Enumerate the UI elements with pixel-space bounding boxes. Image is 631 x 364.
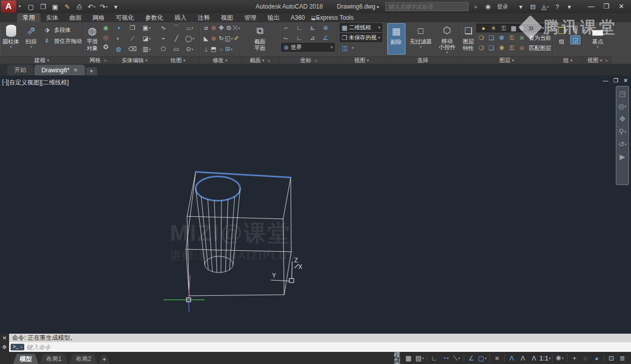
panel-label-mesh[interactable]: 网格↘ xyxy=(84,56,112,64)
rectangle-icon[interactable]: ▭ xyxy=(171,44,182,54)
app-store-cart-icon[interactable]: ⊟ xyxy=(527,2,538,12)
selected-edges[interactable] xyxy=(196,172,291,201)
ucs-icon[interactable]: ⌐ xyxy=(281,23,291,32)
panel-label-modify[interactable]: 修改▾ xyxy=(200,56,240,64)
slice-icon[interactable]: ▣ xyxy=(142,23,152,32)
ribbon-tab-annotate[interactable]: 注释 xyxy=(192,13,215,22)
object-snap-icon[interactable]: ▢ xyxy=(477,352,488,363)
make-current-icon[interactable]: ≋ xyxy=(517,33,527,42)
file-tab-drawing6[interactable]: Drawing6* ✕ xyxy=(34,65,85,75)
ribbon-tab-visualize[interactable]: 可视化 xyxy=(110,13,140,22)
search-expand-icon[interactable]: ▸ xyxy=(373,2,383,11)
user-icon[interactable]: ◉ xyxy=(483,2,493,11)
mesh-smooth-more-icon[interactable]: ✪ xyxy=(101,42,111,52)
polygon-icon[interactable]: ⬠ xyxy=(158,44,168,54)
customization-icon[interactable]: + xyxy=(569,352,580,363)
workspace-switching-icon[interactable]: ❋ xyxy=(554,352,565,363)
polysolid-button[interactable]: ⬗ 多段体 xyxy=(42,25,82,34)
sweep-button[interactable]: ⇗ 扫掠▾ xyxy=(22,23,40,55)
model-space-button[interactable]: 模型 xyxy=(392,352,403,363)
mesh-refine-icon[interactable]: ◉ xyxy=(101,23,111,32)
ribbon-tab-solid[interactable]: 实体 xyxy=(40,13,64,22)
smooth-object-button[interactable]: ◍ 平滑对象 xyxy=(85,23,99,55)
selection-filter-button[interactable]: □ 无过滤器▾ xyxy=(408,23,434,55)
new-drawing-tab-button[interactable]: + xyxy=(86,67,97,75)
trim-icon[interactable]: ⤬ xyxy=(232,23,242,32)
annotation-scale-value[interactable]: 1:1 xyxy=(539,352,551,363)
ribbon-tab-view[interactable]: 视图 xyxy=(215,13,239,22)
panel-label-draw[interactable]: 绘图▾ xyxy=(157,56,199,64)
cylinder-button[interactable]: 圆柱体▾ xyxy=(2,23,20,55)
layer-thaw-all-icon[interactable]: ❋ xyxy=(497,43,507,53)
command-close-icon[interactable]: ✕ xyxy=(1,335,8,342)
match-layer-button[interactable]: ❍❏❋⚿≌ 匹配图层 xyxy=(476,43,551,53)
lineweight-icon[interactable]: ≡ xyxy=(491,352,503,363)
save-icon[interactable]: ▣ xyxy=(50,2,61,12)
file-tab-start[interactable]: 开始 xyxy=(7,65,33,75)
ribbon-tab-parametric[interactable]: 参数化 xyxy=(140,13,169,22)
make-current-button[interactable]: ❍❏❆⚿≋ 置为当前 xyxy=(476,33,551,42)
ucs-view-icon[interactable]: ∠ xyxy=(321,33,331,42)
command-input[interactable] xyxy=(26,344,631,351)
clean-screen-icon[interactable]: ⊡ xyxy=(606,352,617,363)
annotation-autoscale-icon[interactable]: Λ xyxy=(517,352,528,363)
search-input[interactable] xyxy=(385,2,469,11)
layer-properties-button[interactable]: ❏ 图层特性 xyxy=(462,23,475,55)
solid-subtract-icon[interactable]: ◐ xyxy=(113,34,123,43)
culling-button[interactable]: ▦ 剔除 xyxy=(387,23,405,55)
viewport-config-button[interactable]: ◫▾ xyxy=(340,43,354,53)
ribbon-tab-surface[interactable]: 曲面 xyxy=(64,13,87,22)
ribbon-display-toggle[interactable]: ⬓ ▾ xyxy=(311,13,320,22)
extrude-faces-icon[interactable]: ❐ xyxy=(127,23,138,32)
layer-unlock2-icon[interactable]: ⚿ xyxy=(507,43,517,53)
layer-isolate-icon[interactable]: ❏ xyxy=(486,33,497,42)
ucs-zaxis-icon[interactable]: ∟ xyxy=(294,33,304,42)
ribbon-tab-output[interactable]: 输出 xyxy=(262,13,285,22)
panel-label-section[interactable]: 截面▾↘ xyxy=(241,56,279,64)
solid-intersect-icon[interactable]: ◍ xyxy=(113,44,123,54)
thicken-icon[interactable]: ◪ xyxy=(142,34,152,43)
layout-tab-model[interactable]: 模型 xyxy=(13,354,38,364)
application-menu-dropdown-icon[interactable]: ▾ xyxy=(17,2,22,11)
autodesk-exchange-icon[interactable]: ◬ xyxy=(539,2,551,12)
ucs-world-icon[interactable]: ⊾ xyxy=(307,23,318,32)
ucs-previous-icon[interactable]: ∟ xyxy=(294,23,304,32)
application-menu-button[interactable]: A xyxy=(1,1,16,13)
layer-off-icon[interactable]: ❍ xyxy=(476,33,486,42)
ribbon-tab-insert[interactable]: 插入 xyxy=(169,13,192,22)
layer-turn-all-on-icon[interactable]: ❍ xyxy=(476,43,486,53)
close-button[interactable]: ✕ xyxy=(614,0,629,12)
maximize-button[interactable]: ❐ xyxy=(599,0,614,12)
ucs-object-icon[interactable]: ⊕ xyxy=(321,23,331,32)
group-button[interactable]: ❒ 组 xyxy=(555,23,569,55)
layer-unisolate-icon[interactable]: ❏ xyxy=(486,43,497,53)
array-icon[interactable]: ⊞ xyxy=(224,44,234,54)
group-selection-toggle-icon[interactable]: ◲ xyxy=(570,35,580,44)
open-file-icon[interactable]: ❐ xyxy=(37,2,49,12)
solid-union-icon[interactable]: ◑ xyxy=(113,23,123,32)
ribbon-tab-home[interactable]: 常用 xyxy=(17,13,40,22)
match-layer-icon[interactable]: ≌ xyxy=(517,43,527,53)
ucs-world-select[interactable]: ⊕ 世界▾ xyxy=(281,43,335,52)
layout-tab-layout1[interactable]: 布局1 xyxy=(39,354,68,364)
layout-tab-layout2[interactable]: 布局2 xyxy=(69,354,98,364)
command-prompt-chip[interactable]: >_▾ xyxy=(11,344,24,350)
search-icon[interactable]: ⌕ xyxy=(471,2,481,11)
qat-customize-icon[interactable]: ▾ xyxy=(110,2,121,12)
panel-label-modeling[interactable]: 建模▾ xyxy=(0,56,83,64)
file-tab-close-icon[interactable]: ✕ xyxy=(73,67,77,73)
ribbon-tab-mesh[interactable]: 网格 xyxy=(87,13,110,22)
panel-label-layers[interactable]: 图层▾ xyxy=(461,56,553,64)
redo-icon[interactable]: ↷ xyxy=(98,2,109,12)
save-as-icon[interactable]: ✎ xyxy=(62,2,73,12)
named-view-select[interactable]: ❐ 未保存的视图▾ xyxy=(340,33,382,42)
drawing-canvas[interactable]: [-] [自定义视图] [二维线框] — ❐ ✕ ◳◎✥⚲↺▶ MIZI@课堂 … xyxy=(0,75,631,334)
layer-lock-icon[interactable]: ⚿ xyxy=(507,33,517,42)
plot-icon[interactable]: ⎙ xyxy=(74,2,85,12)
undo-icon[interactable]: ↶ xyxy=(86,2,97,12)
signin-dropdown-icon[interactable]: ▾ xyxy=(515,2,526,12)
new-layout-button[interactable]: + xyxy=(99,355,110,364)
visual-style-select[interactable]: ▦ 二维线框▾ xyxy=(340,23,382,32)
command-customize-icon[interactable]: ⚙ xyxy=(1,344,8,351)
isolate-objects-icon[interactable]: ◌ xyxy=(580,352,591,363)
